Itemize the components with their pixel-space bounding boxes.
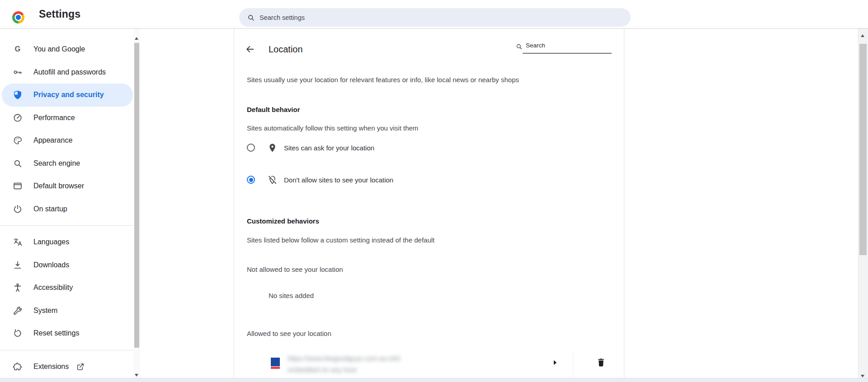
sidebar-item-label: Downloads	[33, 261, 69, 269]
allowed-heading: Allowed to see your location	[247, 330, 331, 337]
topbar: Settings Search settings	[0, 0, 868, 28]
scroll-up-icon[interactable]	[135, 37, 138, 40]
scroll-down-icon[interactable]	[861, 375, 864, 377]
browser-icon	[13, 181, 23, 191]
scroll-down-icon[interactable]	[135, 374, 138, 377]
shield-icon	[13, 90, 23, 100]
customized-behaviors-heading: Customized behaviors	[247, 217, 319, 225]
delete-site-button[interactable]	[596, 357, 606, 368]
search-icon	[515, 43, 523, 50]
favicon-red-block	[271, 367, 280, 369]
sidebar-item-accessibility[interactable]: Accessibility	[2, 276, 133, 299]
sidebar-item-performance[interactable]: Performance	[2, 107, 133, 130]
location-description: Sites usually use your location for rele…	[247, 76, 519, 84]
site-url-line2: embedded on any host	[288, 364, 400, 375]
sidebar-item-label: Appearance	[33, 136, 72, 144]
location-pin-icon	[267, 143, 278, 153]
sidebar: GYou and GoogleAutofill and passwordsPri…	[0, 28, 140, 378]
page-search-field[interactable]: Search	[515, 42, 612, 54]
speedometer-icon	[13, 113, 23, 123]
sidebar-scrollbar-thumb[interactable]	[134, 43, 139, 348]
magnifier-icon	[13, 158, 23, 168]
radio-option-label: Don't allow sites to see your location	[284, 176, 393, 184]
sidebar-item-languages[interactable]: Languages	[2, 231, 133, 254]
row-divider	[573, 351, 573, 377]
sidebar-item-label: Reset settings	[33, 329, 79, 337]
sidebar-divider	[0, 350, 140, 350]
location-off-icon	[267, 175, 278, 185]
sidebar-item-label: Extensions	[33, 363, 69, 371]
app-title: Settings	[39, 0, 80, 28]
sidebar-item-default-browser[interactable]: Default browser	[2, 175, 133, 198]
sidebar-item-on-startup[interactable]: On startup	[2, 198, 133, 221]
radio-option-label: Sites can ask for your location	[284, 144, 374, 152]
sidebar-item-label: You and Google	[33, 45, 85, 53]
expand-site-arrow-icon[interactable]	[550, 358, 559, 367]
external-link-icon	[76, 362, 85, 371]
sidebar-nav: GYou and GoogleAutofill and passwordsPri…	[0, 28, 140, 378]
not-allowed-heading: Not allowed to see your location	[247, 266, 343, 273]
sidebar-item-label: System	[33, 307, 57, 315]
chrome-settings-window: Settings Search settings GYou and Google…	[0, 0, 868, 382]
radio-button-selected[interactable]	[247, 176, 255, 184]
sidebar-item-appearance[interactable]: Appearance	[2, 129, 133, 152]
site-url-blurred: https://www.thegoodguys.com.au:443 embed…	[288, 353, 400, 375]
sidebar-item-privacy-and-security[interactable]: Privacy and security	[2, 84, 133, 107]
chrome-logo-icon	[12, 11, 24, 23]
page-title: Location	[269, 43, 303, 55]
customized-behaviors-subheading: Sites listed below follow a custom setti…	[247, 236, 434, 244]
sidebar-item-system[interactable]: System	[2, 299, 133, 322]
sidebar-item-you-and-google[interactable]: GYou and Google	[2, 38, 133, 61]
power-icon	[13, 204, 23, 214]
sidebar-item-label: On startup	[33, 205, 67, 213]
sidebar-item-downloads[interactable]: Downloads	[2, 254, 133, 277]
bottom-edge-strip	[0, 378, 868, 382]
sidebar-item-label: Accessibility	[33, 284, 73, 292]
download-icon	[13, 260, 23, 270]
sidebar-item-label: Search engine	[33, 159, 80, 168]
sidebar-divider	[0, 225, 140, 226]
sidebar-scrollbar[interactable]	[133, 28, 140, 378]
favicon-blue-block	[271, 358, 280, 366]
page-scrollbar-thumb[interactable]	[859, 44, 867, 255]
puzzle-icon	[13, 362, 23, 372]
sidebar-item-label: Performance	[33, 114, 75, 122]
page-scrollbar[interactable]	[858, 28, 868, 382]
site-url-line1: https://www.thegoodguys.com.au:443	[288, 353, 400, 364]
translate-icon	[13, 237, 23, 247]
back-button[interactable]	[245, 44, 255, 54]
settings-search-placeholder: Search settings	[259, 14, 305, 21]
sidebar-item-label: Privacy and security	[33, 91, 104, 99]
sidebar-item-reset-settings[interactable]: Reset settings	[2, 322, 133, 345]
sidebar-item-label: Languages	[33, 238, 69, 246]
no-sites-added-text: No sites added	[269, 292, 314, 299]
allowed-site-row: https://www.thegoodguys.com.au:443 embed…	[234, 349, 624, 377]
sidebar-item-extensions[interactable]: Extensions	[2, 355, 133, 378]
key-icon	[13, 67, 23, 77]
page-search-label: Search	[523, 42, 612, 54]
sidebar-item-label: Default browser	[33, 182, 84, 190]
default-behavior-heading: Default behavior	[247, 106, 300, 113]
sidebar-item-search-engine[interactable]: Search engine	[2, 152, 133, 175]
default-behavior-subheading: Sites automatically follow this setting …	[247, 124, 418, 132]
site-favicon	[271, 358, 280, 369]
search-icon	[247, 14, 255, 22]
wrench-icon	[13, 306, 23, 316]
radio-option-sites-can-ask[interactable]: Sites can ask for your location	[247, 140, 374, 155]
sidebar-item-label: Autofill and passwords	[33, 68, 106, 76]
google-g-icon: G	[13, 44, 23, 54]
accessibility-icon	[13, 283, 23, 293]
scroll-up-icon[interactable]	[861, 34, 864, 37]
palette-icon	[13, 135, 23, 145]
reset-icon	[13, 328, 23, 338]
location-settings-panel: Location Search Sites usually use your l…	[234, 28, 624, 382]
radio-option-dont-allow[interactable]: Don't allow sites to see your location	[247, 172, 393, 187]
settings-search-bar[interactable]: Search settings	[239, 8, 631, 27]
svg-text:G: G	[15, 45, 21, 53]
radio-button-unselected[interactable]	[247, 144, 255, 152]
sidebar-item-autofill-and-passwords[interactable]: Autofill and passwords	[2, 61, 133, 84]
